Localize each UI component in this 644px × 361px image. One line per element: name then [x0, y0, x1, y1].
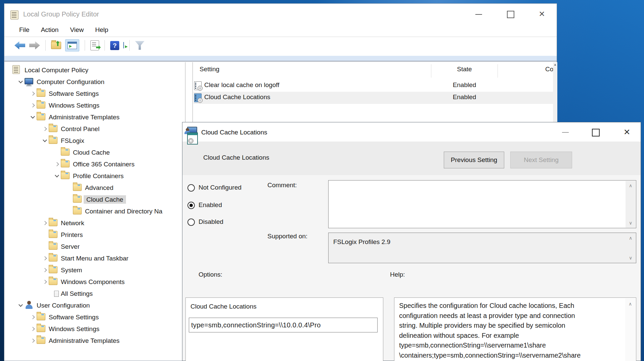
chevron-right-icon[interactable]: [55, 162, 59, 166]
help-text: Specifies the configuration for Cloud ca…: [399, 301, 617, 361]
dialog-close-button[interactable]: ×: [622, 128, 632, 136]
tree-item-software-settings[interactable]: Software Settings: [5, 88, 185, 99]
tree-item-start-menu-and-taskbar[interactable]: Start Menu and Taskbar: [5, 252, 185, 264]
forward-icon[interactable]: [29, 41, 40, 49]
tree-item-label: Local Computer Policy: [25, 66, 88, 74]
folder-icon: [37, 313, 45, 320]
chevron-down-icon[interactable]: [55, 173, 59, 177]
tree-item-control-panel[interactable]: Control Panel: [5, 123, 185, 135]
tree-item-user-configuration[interactable]: User Configuration: [5, 299, 185, 311]
tree-item-software-settings[interactable]: Software Settings: [5, 311, 185, 323]
scroll-down-icon[interactable]: ∨: [626, 255, 636, 260]
tree-item-server[interactable]: Server: [5, 241, 185, 252]
tree-item-windows-settings[interactable]: Windows Settings: [5, 323, 185, 335]
window-icon: [68, 42, 77, 49]
setting-row-cloud-cache-locations[interactable]: Cloud Cache LocationsEnabled: [194, 92, 553, 104]
dialog-minimize-button[interactable]: [560, 128, 570, 136]
scroll-up-icon[interactable]: ∧: [626, 183, 636, 188]
chevron-down-icon[interactable]: [18, 303, 23, 307]
chevron-right-icon[interactable]: [31, 327, 35, 331]
chevron-down-icon[interactable]: [31, 114, 35, 119]
tree-item-network[interactable]: Network: [5, 217, 185, 229]
tree-item-printers[interactable]: Printers: [5, 229, 185, 241]
filter-icon[interactable]: [135, 41, 144, 50]
close-button[interactable]: ×: [537, 10, 547, 18]
column-separator[interactable]: [498, 64, 498, 78]
radio-enabled[interactable]: [187, 202, 195, 209]
tree-item-computer-configuration[interactable]: Computer Configuration: [5, 76, 185, 88]
dialog-maximize-button[interactable]: [590, 128, 600, 136]
export-list-icon[interactable]: [90, 40, 99, 50]
folder-icon: [49, 254, 57, 262]
tree-item-windows-settings[interactable]: Windows Settings: [5, 99, 185, 111]
chevron-right-icon[interactable]: [43, 280, 47, 284]
chevron-down-icon[interactable]: [18, 79, 23, 83]
minimize-button[interactable]: [474, 10, 483, 18]
chevron-right-icon[interactable]: [31, 338, 35, 343]
folder-icon: [73, 184, 82, 191]
column-header-comment[interactable]: Co: [545, 66, 553, 73]
tree-item-local-computer-policy[interactable]: Local Computer Policy: [5, 64, 185, 76]
chevron-down-icon[interactable]: [43, 138, 47, 142]
menu-bar: FileActionViewHelp: [4, 23, 557, 37]
dialog-setting-name: Cloud Cache Locations: [203, 152, 269, 164]
chevron-right-icon[interactable]: [31, 91, 35, 96]
supported-scrollbar[interactable]: ∧ ∨: [626, 233, 636, 263]
menu-item-action[interactable]: Action: [36, 26, 63, 34]
tree-item-label: Printers: [61, 231, 83, 239]
tree-item-container-and-directory-na[interactable]: Container and Directory Na: [5, 205, 185, 217]
chevron-right-icon[interactable]: [31, 315, 35, 319]
tree-item-cloud-cache[interactable]: Cloud Cache: [5, 194, 185, 205]
menu-item-file[interactable]: File: [14, 26, 34, 34]
chevron-right-icon[interactable]: [43, 221, 47, 225]
menu-item-view[interactable]: View: [65, 26, 88, 34]
setting-state: Enabled: [431, 81, 498, 89]
folder-icon: [37, 90, 45, 97]
comment-textarea[interactable]: ∧ ∨: [328, 180, 636, 228]
radio-disabled[interactable]: [187, 218, 195, 226]
maximize-button[interactable]: [505, 10, 515, 18]
back-icon[interactable]: [14, 41, 25, 49]
menu-item-help[interactable]: Help: [90, 26, 113, 34]
chevron-right-icon[interactable]: [43, 268, 47, 272]
show-console-tree-icon[interactable]: [65, 39, 79, 51]
tree-item-advanced[interactable]: Advanced: [5, 182, 185, 194]
scroll-down-icon[interactable]: ∨: [626, 220, 636, 226]
chevron-right-icon[interactable]: [43, 127, 47, 131]
folder-icon: [61, 160, 70, 167]
help-icon[interactable]: ?: [110, 41, 119, 50]
chevron-right-icon[interactable]: [31, 103, 35, 108]
tree-item-administrative-templates[interactable]: Administrative Templates: [5, 111, 185, 123]
tree-item-fslogix[interactable]: FSLogix: [5, 135, 185, 147]
supported-on-box: FSLogix Profiles 2.9 ∧ ∨: [328, 233, 636, 263]
tree-item-cloud-cache[interactable]: Cloud Cache: [5, 147, 185, 158]
tree-item-label: Computer Configuration: [37, 78, 104, 86]
comment-scrollbar[interactable]: ∧ ∨: [626, 181, 636, 228]
tree-item-windows-components[interactable]: Windows Components: [5, 276, 185, 288]
tree-item-system[interactable]: System: [5, 264, 185, 276]
column-header-state[interactable]: State: [431, 66, 498, 73]
tree-item-all-settings[interactable]: All Settings: [5, 288, 185, 299]
folder-icon: [37, 325, 45, 332]
tree-item-label: Windows Components: [61, 278, 125, 286]
cloud-cache-locations-input[interactable]: type=smb,connectionString=\\10.0.0.4\Pro: [189, 318, 378, 332]
tree-item-office-365-containers[interactable]: Office 365 Containers: [5, 158, 185, 170]
tree-item-label: FSLogix: [61, 136, 84, 145]
radio-not-configured[interactable]: [187, 184, 195, 192]
column-header-setting[interactable]: Setting: [200, 66, 219, 73]
up-folder-icon[interactable]: [51, 42, 61, 49]
tree-item-profile-containers[interactable]: Profile Containers: [5, 170, 185, 182]
show-window-icon[interactable]: [123, 42, 124, 48]
previous-setting-button[interactable]: Previous Setting: [444, 152, 504, 168]
chevron-right-icon[interactable]: [43, 256, 47, 260]
scroll-up-icon[interactable]: ∧: [625, 301, 635, 307]
setting-gear-window-icon: [187, 132, 198, 145]
next-setting-button[interactable]: Next Setting: [510, 152, 572, 168]
help-text-line: Specifies the configuration for Cloud ca…: [399, 301, 617, 311]
column-separator[interactable]: [431, 64, 431, 78]
scroll-up-icon[interactable]: ∧: [626, 235, 636, 241]
tree-item-administrative-templates[interactable]: Administrative Templates: [5, 335, 185, 347]
setting-row-clear-local-cache-on-logoff[interactable]: Clear local cache on logoffEnabled: [194, 80, 553, 92]
help-scrollbar[interactable]: ∧: [625, 298, 635, 361]
computer-icon: [25, 78, 33, 84]
